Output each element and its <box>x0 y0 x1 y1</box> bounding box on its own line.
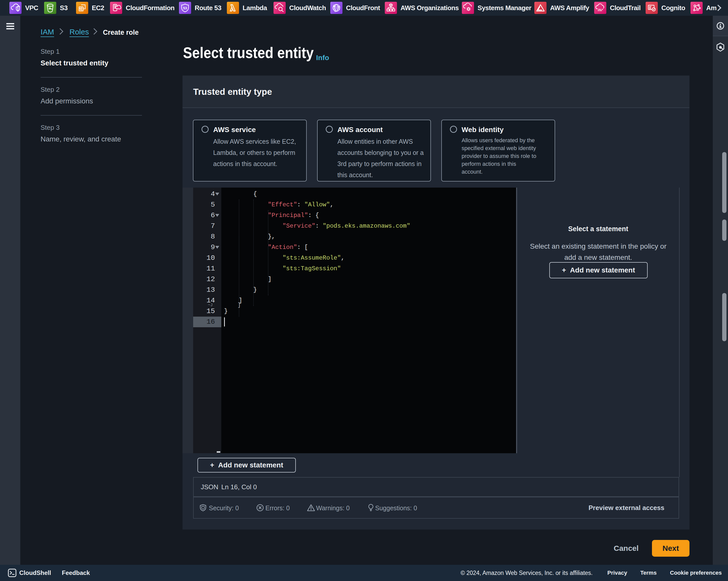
svg-text:53: 53 <box>183 6 187 10</box>
